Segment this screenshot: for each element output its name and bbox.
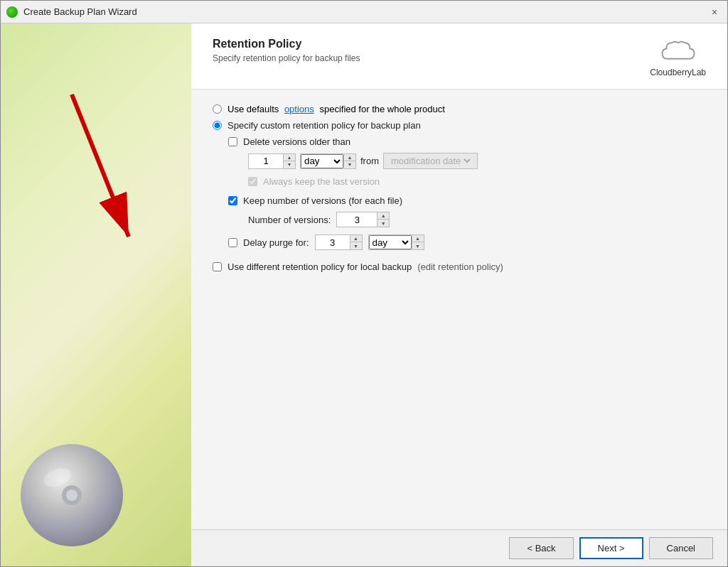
delete-unit-select[interactable]: day week month year [301, 154, 343, 168]
delay-unit-buttons: ▲ ▼ [412, 235, 424, 249]
logo-area: CloudberryLab [650, 38, 706, 77]
date-select-container: modification date creation date [383, 153, 478, 169]
num-versions-down[interactable]: ▼ [378, 220, 389, 227]
options-link[interactable]: options [284, 104, 314, 114]
num-versions-label: Number of versions: [248, 215, 331, 225]
keep-versions-checkbox[interactable] [228, 196, 237, 205]
from-label: from [360, 156, 379, 166]
date-select[interactable]: modification date creation date [388, 155, 473, 167]
use-defaults-radio[interactable] [213, 104, 222, 114]
always-keep-checkbox[interactable] [248, 177, 257, 186]
delay-unit-select[interactable]: day week month [369, 235, 412, 249]
delete-value-spinner: ▲ ▼ [248, 153, 296, 169]
delete-versions-checkbox[interactable] [228, 137, 237, 146]
custom-section: Delete versions older than ▲ ▼ [228, 136, 706, 250]
delete-unit-buttons: ▲ ▼ [343, 154, 355, 168]
page-subtitle: Specify retention policy for backup file… [213, 53, 360, 63]
delay-purge-label: Delay purge for: [243, 237, 309, 248]
back-button[interactable]: < Back [509, 537, 573, 559]
always-keep-row: Always keep the last version [248, 176, 706, 187]
title-bar: Create Backup Plan Wizard × [1, 1, 727, 23]
delete-versions-row: Delete versions older than [228, 136, 706, 147]
delete-value-up[interactable]: ▲ [284, 154, 295, 161]
delay-value-up[interactable]: ▲ [350, 235, 362, 242]
delay-value-spinner: ▲ ▼ [315, 234, 363, 250]
panel-footer: < Back Next > Cancel [191, 529, 727, 566]
always-keep-label: Always keep the last version [263, 176, 380, 187]
delay-value-down[interactable]: ▼ [350, 242, 362, 249]
delay-purge-checkbox[interactable] [228, 238, 237, 247]
page-title: Retention Policy [213, 38, 360, 50]
custom-policy-radio[interactable] [213, 121, 222, 130]
num-versions-row: Number of versions: ▲ ▼ [248, 212, 706, 227]
delete-unit-down[interactable]: ▼ [344, 161, 355, 168]
local-backup-row: Use different retention policy for local… [213, 261, 706, 272]
delay-unit-up[interactable]: ▲ [412, 235, 424, 242]
cancel-button[interactable]: Cancel [649, 537, 713, 559]
custom-policy-row: Specify custom retention policy for back… [213, 120, 706, 131]
next-button[interactable]: Next > [579, 537, 643, 559]
edit-policy-label: (edit retention policy) [417, 261, 503, 272]
local-backup-checkbox[interactable] [213, 262, 222, 271]
panel-header: Retention Policy Specify retention polic… [191, 23, 727, 90]
delay-value-input[interactable] [316, 235, 350, 249]
main-content: Retention Policy Specify retention polic… [1, 23, 727, 566]
num-versions-buttons: ▲ ▼ [377, 212, 389, 227]
panel-body: Use defaults options specified for the w… [191, 90, 727, 529]
use-defaults-label: Use defaults options specified for the w… [228, 104, 445, 114]
close-button[interactable]: × [707, 5, 722, 19]
delay-unit-down[interactable]: ▼ [412, 242, 424, 249]
num-versions-input[interactable] [337, 212, 377, 227]
delete-value-buttons: ▲ ▼ [283, 154, 295, 168]
delay-value-buttons: ▲ ▼ [350, 235, 362, 249]
disc-graphic [15, 438, 129, 552]
keep-versions-row: Keep number of versions (for each file) [228, 195, 706, 206]
delete-unit-spinner: day week month year ▲ ▼ [300, 153, 356, 169]
local-backup-label: Use different retention policy for local… [228, 261, 412, 272]
logo-label: CloudberryLab [650, 68, 706, 77]
delete-versions-inputs: ▲ ▼ day week month year [248, 153, 706, 169]
left-panel [1, 23, 191, 566]
delete-unit-up[interactable]: ▲ [344, 154, 355, 161]
use-defaults-row: Use defaults options specified for the w… [213, 104, 706, 114]
window-title: Create Backup Plan Wizard [23, 6, 707, 17]
app-icon [6, 6, 18, 18]
wizard-window: Create Backup Plan Wizard × [0, 0, 728, 567]
arrow-graphic [43, 80, 157, 279]
num-versions-spinner: ▲ ▼ [336, 212, 390, 227]
custom-policy-label: Specify custom retention policy for back… [228, 120, 421, 131]
header-text: Retention Policy Specify retention polic… [213, 38, 360, 63]
delete-versions-label: Delete versions older than [243, 136, 350, 147]
right-panel: Retention Policy Specify retention polic… [191, 23, 727, 566]
edit-policy-text: (edit retention policy) [417, 261, 503, 272]
delay-purge-row: Delay purge for: ▲ ▼ day week [228, 234, 706, 250]
num-versions-up[interactable]: ▲ [378, 212, 389, 220]
delete-value-input[interactable] [249, 154, 283, 168]
svg-line-1 [72, 94, 129, 237]
svg-point-5 [66, 490, 77, 501]
keep-versions-label: Keep number of versions (for each file) [243, 195, 402, 206]
delete-value-down[interactable]: ▼ [284, 161, 295, 168]
cloudberry-logo-icon [657, 38, 700, 66]
delay-unit-spinner: day week month ▲ ▼ [368, 234, 424, 250]
